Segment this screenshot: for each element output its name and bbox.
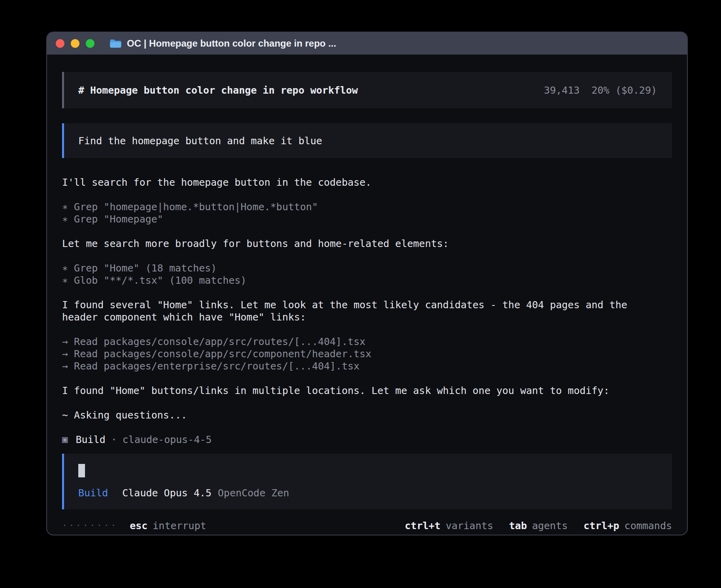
folder-icon [109,39,121,48]
session-header: # Homepage button color change in repo w… [62,72,672,108]
session-stats: 39,413 20% ($0.29) [544,85,657,96]
text-cursor [78,464,85,477]
hint-label: commands [625,520,672,532]
user-message-text: Find the homepage button and make it blu… [78,135,322,147]
tool-call-line: ∗ Grep "Homepage" [62,213,655,225]
tool-call-line: ∗ Glob "**/*.tsx" (100 matches) [62,274,655,286]
tool-call-line: ∗ Grep "homepage|home.*button|Home.*butt… [62,201,655,213]
conversation: I'll search for the homepage button in t… [62,176,672,454]
prompt-input[interactable]: Build Claude Opus 4.5 OpenCode Zen [62,454,672,509]
file-read-group: → Read packages/console/app/src/routes/[… [62,335,672,372]
agent-icon: ▣ [62,433,68,446]
file-read-line: → Read packages/enterprise/src/routes/[.… [62,360,655,372]
agent-attribution: ▣ Build · claude-opus-4-5 [62,433,672,446]
model-label: Claude Opus 4.5 [122,487,211,499]
session-title: # Homepage button color change in repo w… [78,85,358,96]
agent-name: Build [75,433,105,446]
status-left: ········ esc interrupt [62,520,206,532]
terminal-window: OC | Homepage button color change in rep… [46,32,688,535]
assistant-text: I found several "Home" links. Let me loo… [62,299,655,323]
window-titlebar: OC | Homepage button color change in rep… [47,32,687,55]
tool-call-line: ∗ Grep "Home" (18 matches) [62,262,655,274]
close-button[interactable] [56,39,64,48]
tool-call-group: ∗ Grep "Home" (18 matches) ∗ Glob "**/*.… [62,262,672,286]
minimize-button[interactable] [71,39,79,48]
keyboard-hint: ctrl+p commands [583,520,672,532]
spinner-dots-icon: ········ [62,520,118,532]
hint-label: agents [532,520,568,532]
assistant-status: ~ Asking questions... [62,409,655,421]
esc-key-hint: esc [130,520,147,532]
hint-key: tab [509,520,527,532]
assistant-text: Let me search more broadly for buttons a… [62,237,655,250]
status-bar: ········ esc interrupt ctrl+t variants t… [62,520,672,532]
context-usage: 20% ($0.29) [591,85,657,96]
input-footer: Build Claude Opus 4.5 OpenCode Zen [78,487,658,499]
agent-separator: · [111,433,117,446]
assistant-text: I found "Home" buttons/links in multiple… [62,384,655,397]
zoom-button[interactable] [86,39,94,48]
keyboard-hint: tab agents [509,520,568,532]
hint-key: ctrl+p [583,520,619,532]
tool-call-group: ∗ Grep "homepage|home.*button|Home.*butt… [62,201,672,225]
terminal-content: # Homepage button color change in repo w… [47,55,687,535]
traffic-lights [56,39,94,48]
file-read-line: → Read packages/console/app/src/componen… [62,348,655,360]
window-title: OC | Homepage button color change in rep… [127,38,336,49]
esc-key-label: interrupt [153,520,206,532]
agent-model: claude-opus-4-5 [123,433,212,446]
user-message: Find the homepage button and make it blu… [62,123,672,158]
agent-mode-label: Build [78,487,108,499]
status-right: ctrl+t variants tab agents ctrl+p comman… [405,520,672,532]
provider-label: OpenCode Zen [218,487,289,499]
hint-key: ctrl+t [405,520,440,532]
token-count: 39,413 [544,85,579,96]
file-read-line: → Read packages/console/app/src/routes/[… [62,335,655,348]
assistant-text: I'll search for the homepage button in t… [62,176,655,188]
keyboard-hint: ctrl+t variants [405,520,493,532]
hint-label: variants [445,520,493,532]
